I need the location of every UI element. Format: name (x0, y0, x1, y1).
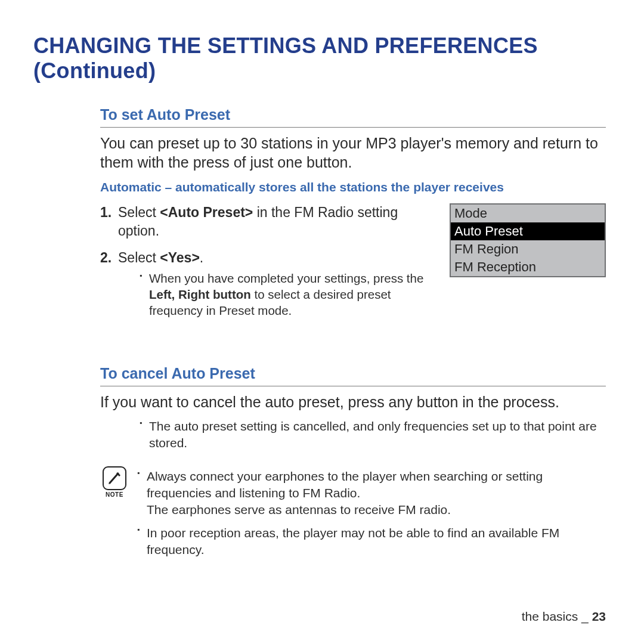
step-2: Select <Yes>. When you have completed yo… (100, 249, 438, 318)
menu-item-auto-preset: Auto Preset (451, 222, 605, 240)
divider (100, 386, 606, 386)
step-2-bullet: When you have completed your settings, p… (140, 271, 438, 318)
menu-item-fm-reception: FM Reception (451, 258, 605, 276)
footer-page-number: 23 (592, 609, 606, 623)
section-set-auto-preset: To set Auto Preset You can preset up to … (100, 106, 606, 327)
divider (100, 127, 606, 128)
step-text: . (200, 250, 203, 265)
sub-heading: Automatic – automatically stores all the… (100, 179, 606, 195)
menu-item-mode: Mode (451, 205, 605, 222)
section-title: To cancel Auto Preset (100, 365, 606, 382)
note-list: Always connect your earphones to the pla… (137, 468, 606, 565)
bullet-text: When you have completed your settings, p… (149, 271, 423, 285)
intro-text: You can preset up to 30 stations in your… (100, 134, 606, 172)
note-icon (103, 466, 126, 490)
step-1: Select <Auto Preset> in the FM Radio set… (100, 203, 438, 240)
bullet-text-bold: Left, Right button (149, 287, 251, 301)
menu-box: Mode Auto Preset FM Region FM Reception (450, 203, 606, 277)
note-block: NOTE Always connect your earphones to th… (100, 466, 606, 565)
cancel-body: If you want to cancel the auto preset, p… (100, 392, 606, 412)
footer-section: the basics _ (522, 609, 592, 623)
cancel-bullet: The auto preset setting is cancelled, an… (140, 418, 606, 451)
section-title: To set Auto Preset (100, 106, 606, 123)
step-text-bold: <Yes> (160, 250, 200, 265)
step-text: Select (118, 250, 160, 265)
note-item: In poor reception areas, the player may … (137, 525, 606, 558)
step-text-bold: <Auto Preset> (160, 205, 253, 220)
section-cancel-auto-preset: To cancel Auto Preset If you want to can… (100, 365, 606, 565)
note-text: Always connect your earphones to the pla… (147, 469, 543, 500)
page-footer: the basics _ 23 (522, 609, 606, 624)
note-label: NOTE (100, 491, 129, 498)
steps-list: Select <Auto Preset> in the FM Radio set… (100, 203, 438, 318)
page-title: CHANGING THE SETTINGS AND PREFERENCES (C… (33, 33, 611, 83)
step-text: Select (118, 205, 160, 220)
menu-item-fm-region: FM Region (451, 240, 605, 258)
note-item: Always connect your earphones to the pla… (137, 468, 606, 518)
note-text: The earphones serve as antennas to recei… (147, 501, 606, 518)
